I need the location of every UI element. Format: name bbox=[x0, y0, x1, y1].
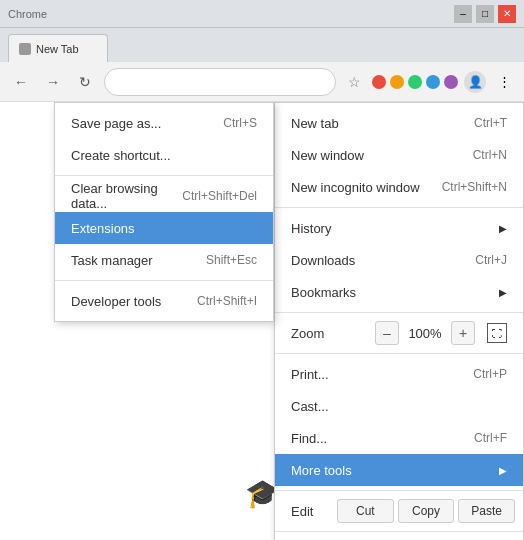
menu-item-new-window[interactable]: New window Ctrl+N bbox=[275, 139, 523, 171]
menu-item-history[interactable]: History ▶ bbox=[275, 212, 523, 244]
more-tools-arrow: ▶ bbox=[499, 465, 507, 476]
sep-3 bbox=[275, 353, 523, 354]
star-icon: ☆ bbox=[348, 74, 361, 90]
zoom-in-button[interactable]: + bbox=[451, 321, 475, 345]
sep-1 bbox=[275, 207, 523, 208]
tab-favicon bbox=[19, 43, 31, 55]
title-text: Chrome bbox=[8, 8, 47, 20]
menu-item-developer-tools[interactable]: Developer tools Ctrl+Shift+I bbox=[55, 285, 273, 317]
minimize-button[interactable]: – bbox=[454, 5, 472, 23]
developer-tools-label: Developer tools bbox=[71, 294, 197, 309]
new-window-shortcut: Ctrl+N bbox=[473, 148, 507, 162]
zoom-label: Zoom bbox=[291, 326, 375, 341]
paste-button[interactable]: Paste bbox=[458, 499, 515, 523]
omnibox[interactable] bbox=[104, 68, 336, 96]
close-button[interactable]: ✕ bbox=[498, 5, 516, 23]
bookmark-star[interactable]: ☆ bbox=[342, 70, 366, 94]
reload-button[interactable]: ↻ bbox=[72, 69, 98, 95]
zoom-controls: – 100% + ⛶ bbox=[375, 321, 507, 345]
active-tab[interactable]: New Tab bbox=[8, 34, 108, 62]
history-label: History bbox=[291, 221, 491, 236]
new-tab-shortcut: Ctrl+T bbox=[474, 116, 507, 130]
maximize-button[interactable]: □ bbox=[476, 5, 494, 23]
zoom-out-button[interactable]: – bbox=[375, 321, 399, 345]
clear-browsing-label: Clear browsing data... bbox=[71, 181, 182, 211]
new-window-label: New window bbox=[291, 148, 473, 163]
menu-item-cast[interactable]: Cast... bbox=[275, 390, 523, 422]
toolbar-icons bbox=[372, 75, 458, 89]
omnibox-bar: ← → ↻ ☆ 👤 ⋮ bbox=[0, 62, 524, 102]
bookmarks-label: Bookmarks bbox=[291, 285, 491, 300]
task-manager-shortcut: Shift+Esc bbox=[206, 253, 257, 267]
dot-purple bbox=[444, 75, 458, 89]
back-button[interactable]: ← bbox=[8, 69, 34, 95]
zoom-row: Zoom – 100% + ⛶ bbox=[275, 317, 523, 349]
more-tools-submenu: Save page as... Ctrl+S Create shortcut..… bbox=[54, 102, 274, 322]
sep-2 bbox=[275, 312, 523, 313]
browser-window: Chrome – □ ✕ New Tab ← → ↻ ☆ bbox=[0, 0, 524, 540]
edit-label: Edit bbox=[283, 504, 333, 519]
cut-button[interactable]: Cut bbox=[337, 499, 394, 523]
print-label: Print... bbox=[291, 367, 473, 382]
menu-item-settings[interactable]: Settings bbox=[275, 536, 523, 540]
extensions-label: Extensions bbox=[71, 221, 257, 236]
new-incognito-shortcut: Ctrl+Shift+N bbox=[442, 180, 507, 194]
copy-button[interactable]: Copy bbox=[398, 499, 455, 523]
tab-bar: New Tab bbox=[0, 28, 524, 62]
sep-4 bbox=[275, 490, 523, 491]
save-page-label: Save page as... bbox=[71, 116, 223, 131]
title-bar: Chrome – □ ✕ bbox=[0, 0, 524, 28]
bookmarks-arrow: ▶ bbox=[499, 287, 507, 298]
forward-button[interactable]: → bbox=[40, 69, 66, 95]
menu-button[interactable]: ⋮ bbox=[492, 70, 516, 94]
chrome-menu: New tab Ctrl+T New window Ctrl+N New inc… bbox=[274, 102, 524, 540]
new-tab-label: New tab bbox=[291, 116, 474, 131]
new-incognito-label: New incognito window bbox=[291, 180, 442, 195]
menu-item-more-tools[interactable]: More tools ▶ bbox=[275, 454, 523, 486]
downloads-label: Downloads bbox=[291, 253, 475, 268]
menu-item-new-tab[interactable]: New tab Ctrl+T bbox=[275, 107, 523, 139]
dot-green bbox=[408, 75, 422, 89]
page-content: 🎓 wsxdn.com Save page as... Ctrl+S Creat… bbox=[0, 102, 524, 540]
edit-row: Edit Cut Copy Paste bbox=[275, 495, 523, 527]
developer-tools-shortcut: Ctrl+Shift+I bbox=[197, 294, 257, 308]
create-shortcut-label: Create shortcut... bbox=[71, 148, 257, 163]
zoom-value: 100% bbox=[407, 326, 443, 341]
menu-item-print[interactable]: Print... Ctrl+P bbox=[275, 358, 523, 390]
downloads-shortcut: Ctrl+J bbox=[475, 253, 507, 267]
menu-dots-icon: ⋮ bbox=[498, 74, 511, 89]
dot-orange bbox=[390, 75, 404, 89]
menu-item-downloads[interactable]: Downloads Ctrl+J bbox=[275, 244, 523, 276]
dot-blue bbox=[426, 75, 440, 89]
profile-avatar: 👤 bbox=[468, 75, 483, 89]
task-manager-label: Task manager bbox=[71, 253, 206, 268]
save-page-shortcut: Ctrl+S bbox=[223, 116, 257, 130]
find-label: Find... bbox=[291, 431, 474, 446]
menu-item-save-page[interactable]: Save page as... Ctrl+S bbox=[55, 107, 273, 139]
menu-item-new-incognito[interactable]: New incognito window Ctrl+Shift+N bbox=[275, 171, 523, 203]
title-bar-controls: – □ ✕ bbox=[454, 5, 516, 23]
tab-title: New Tab bbox=[36, 43, 79, 55]
profile-icon[interactable]: 👤 bbox=[464, 71, 486, 93]
menu-item-extensions[interactable]: Extensions bbox=[55, 212, 273, 244]
more-tools-label: More tools bbox=[291, 463, 491, 478]
fullscreen-icon: ⛶ bbox=[492, 328, 502, 339]
print-shortcut: Ctrl+P bbox=[473, 367, 507, 381]
cast-label: Cast... bbox=[291, 399, 507, 414]
menu-item-find[interactable]: Find... Ctrl+F bbox=[275, 422, 523, 454]
fullscreen-button[interactable]: ⛶ bbox=[487, 323, 507, 343]
dot-red bbox=[372, 75, 386, 89]
sep-5 bbox=[275, 531, 523, 532]
menu-item-clear-browsing[interactable]: Clear browsing data... Ctrl+Shift+Del bbox=[55, 180, 273, 212]
history-arrow: ▶ bbox=[499, 223, 507, 234]
menu-item-task-manager[interactable]: Task manager Shift+Esc bbox=[55, 244, 273, 276]
clear-browsing-shortcut: Ctrl+Shift+Del bbox=[182, 189, 257, 203]
menu-item-bookmarks[interactable]: Bookmarks ▶ bbox=[275, 276, 523, 308]
find-shortcut: Ctrl+F bbox=[474, 431, 507, 445]
more-tools-sep-1 bbox=[55, 175, 273, 176]
menu-item-create-shortcut[interactable]: Create shortcut... bbox=[55, 139, 273, 171]
more-tools-sep-2 bbox=[55, 280, 273, 281]
